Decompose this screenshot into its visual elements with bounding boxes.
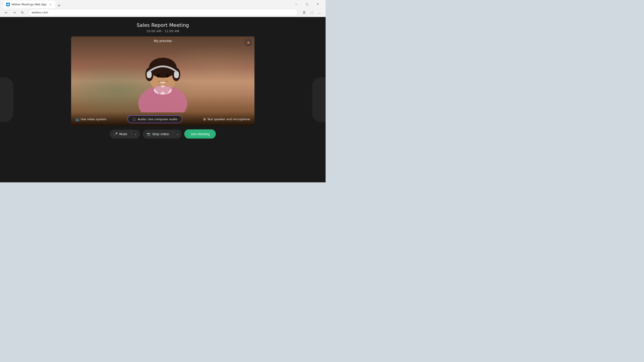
left-decoration [0,77,14,122]
address-text: webex.com [32,11,48,14]
active-tab[interactable]: Webex Meetings Web App ✕ [4,1,55,8]
audio-label: Audio: Use computer audio [138,117,177,121]
speaker-indicator[interactable]: 🔕 [245,39,252,46]
tab-title: Webex Meetings Web App [12,3,46,6]
test-speaker-button[interactable]: ⚙️ Test speaker and microphone [203,117,250,121]
meeting-title: Sales Report Meeting [137,22,189,28]
mute-label: Mute [120,132,127,136]
svg-point-6 [156,73,160,77]
close-button[interactable]: ✕ [312,0,323,7]
stop-video-label: Stop video [152,132,169,136]
stop-video-button-group: 📷 Stop video ⌄ [143,130,182,139]
svg-point-7 [166,73,169,77]
meeting-header: Sales Report Meeting 10:00 AM - 11:00 AM [137,17,189,36]
nav-right-buttons: ☰ ⬚ … [300,9,323,16]
nav-bar: ← → ↻ webex.com ☰ ⬚ … [0,8,326,17]
sidebar-toggle-button[interactable]: ☰ [300,9,308,16]
mute-button[interactable]: 🎤 Mute [110,130,132,139]
camera-icon: 📷 [147,132,150,136]
tab-close-btn[interactable]: ✕ [48,2,52,6]
forward-button[interactable]: → [11,9,18,16]
tab-favicon [6,3,10,6]
refresh-button[interactable]: ↻ [19,9,26,16]
right-decoration [312,77,326,122]
muted-speaker-icon: 🔕 [246,41,250,44]
video-system-icon: 📺 [76,117,80,121]
maximize-button[interactable]: □ [302,0,312,7]
browser-chrome: Webex Meetings Web App ✕ + — □ ✕ ← → ↻ w… [0,0,326,17]
split-screen-button[interactable]: ⬚ [308,9,315,16]
preview-label: My preview [154,39,172,43]
window-controls: — □ ✕ [291,0,323,7]
meeting-time: 10:00 AM - 11:00 AM [137,29,189,33]
person-video [127,36,198,112]
browser-content: Sales Report Meeting 10:00 AM - 11:00 AM [0,17,326,182]
microphone-icon: 🎤 [114,132,118,136]
audio-use-computer-button[interactable]: 🎧 Audio: Use computer audio [128,115,182,123]
video-preview: My preview 🔕 📺 Use video system 🎧 Audio:… [71,36,254,126]
audio-icon: 🎧 [132,117,136,121]
minimize-button[interactable]: — [291,0,302,7]
action-bar: 🎤 Mute ⌄ 📷 Stop video ⌄ Join Meeting [110,126,216,143]
title-bar: Webex Meetings Web App ✕ + — □ ✕ [0,0,326,8]
video-dropdown-button[interactable]: ⌄ [173,130,182,138]
join-meeting-button[interactable]: Join Meeting [184,129,216,139]
video-system-label: Use video system [81,117,106,121]
stop-video-button[interactable]: 📷 Stop video [143,130,173,139]
video-bottom-overlay: 📺 Use video system 🎧 Audio: Use computer… [71,112,254,126]
mute-button-group: 🎤 Mute ⌄ [110,130,140,139]
settings-icon: ⚙️ [203,117,206,121]
tab-bar: Webex Meetings Web App ✕ + [2,0,147,8]
mute-dropdown-button[interactable]: ⌄ [132,130,140,138]
new-tab-button[interactable]: + [56,2,62,8]
address-bar[interactable]: webex.com [28,9,298,16]
back-button[interactable]: ← [3,9,10,16]
use-video-system-button[interactable]: 📺 Use video system [76,117,106,121]
test-speaker-label: Test speaker and microphone [207,117,250,121]
more-options-button[interactable]: … [316,9,323,16]
